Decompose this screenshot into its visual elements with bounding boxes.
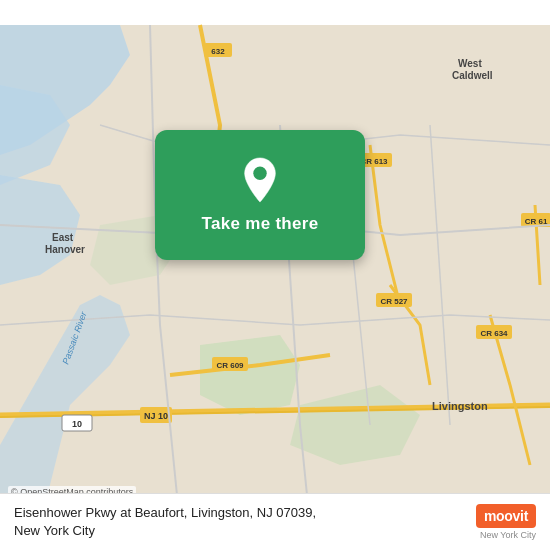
map-background: NJ 10 632 CR 609 CR 613 CR 527 CR 634 CR… [0,0,550,550]
moovit-logo[interactable]: moovit New York City [476,504,536,540]
svg-text:Livingston: Livingston [432,400,488,412]
svg-text:NJ 10: NJ 10 [144,411,168,421]
address-line2: New York City [14,523,95,538]
svg-text:CR 527: CR 527 [380,297,408,306]
address-block: Eisenhower Pkwy at Beaufort, Livingston,… [14,504,466,540]
address-text: Eisenhower Pkwy at Beaufort, Livingston,… [14,504,466,540]
svg-text:CR 609: CR 609 [216,361,244,370]
svg-text:East: East [52,232,74,243]
bottom-info-bar: Eisenhower Pkwy at Beaufort, Livingston,… [0,493,550,550]
svg-text:Caldwell: Caldwell [452,70,493,81]
svg-text:West: West [458,58,482,69]
location-pin-icon [239,156,281,204]
address-line1: Eisenhower Pkwy at Beaufort, Livingston,… [14,505,316,520]
svg-point-23 [253,167,266,180]
svg-text:Hanover: Hanover [45,244,85,255]
take-me-there-card[interactable]: Take me there [155,130,365,260]
svg-text:CR 634: CR 634 [480,329,508,338]
take-me-there-button[interactable]: Take me there [202,214,319,234]
moovit-brand-badge: moovit [476,504,536,528]
map-container: NJ 10 632 CR 609 CR 613 CR 527 CR 634 CR… [0,0,550,550]
navigation-card[interactable]: Take me there [155,130,365,260]
svg-text:632: 632 [211,47,225,56]
moovit-sub-label: New York City [480,530,536,540]
svg-text:10: 10 [72,419,82,429]
